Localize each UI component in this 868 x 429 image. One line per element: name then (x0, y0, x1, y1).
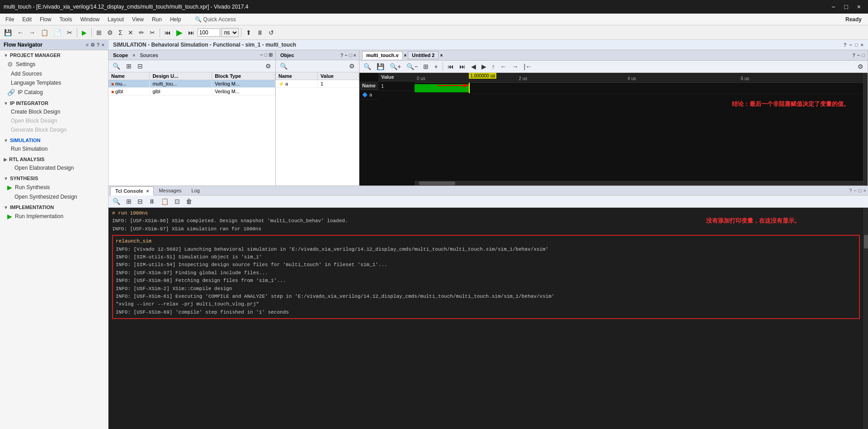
tb-step-btn[interactable]: ⏭ (186, 28, 197, 38)
sim-min-icon[interactable]: − (849, 42, 852, 48)
tb-paste-btn[interactable]: 📄 (52, 28, 64, 38)
wave-canvas[interactable]: 0 us 2 us 4 us 6 us 1.000000 us (415, 73, 868, 186)
wave-fit-btn[interactable]: ⊞ (421, 62, 431, 72)
tb-rewind-btn[interactable]: ⏮ (162, 28, 173, 38)
console-vscrollbar[interactable] (863, 208, 868, 429)
table-row[interactable]: ⚡ a 1 (276, 80, 359, 88)
close-button[interactable]: × (854, 2, 864, 11)
wave-zoom-out-btn[interactable]: 🔍− (404, 62, 420, 72)
console-tab-tcl[interactable]: Tcl Console × (110, 186, 154, 195)
console-close-icon[interactable]: × (863, 188, 866, 193)
tb-grid-btn[interactable]: ⊞ (94, 28, 104, 38)
wave-settings-btn[interactable]: ⚙ (855, 62, 866, 72)
wave-min-icon[interactable]: − (857, 52, 860, 58)
wave-up-btn[interactable]: ↑ (490, 62, 497, 72)
console-content[interactable]: # run 1000ns INFO: [USF-XSim-96] XSim co… (108, 208, 863, 429)
scope-max-icon[interactable]: ⊞ (269, 52, 273, 58)
sim-max-icon[interactable]: □ (855, 42, 858, 48)
ip-integrator-header[interactable]: ▼ IP INTEGRATOR (0, 99, 108, 107)
obj-search-btn[interactable]: 🔍 (278, 61, 290, 71)
tb-save-btn[interactable]: 💾 (2, 28, 14, 38)
scope-collapse-btn[interactable]: ⊟ (135, 61, 145, 71)
tb-gear-btn[interactable]: ⚙ (105, 28, 115, 38)
minimize-button[interactable]: − (828, 2, 839, 11)
menu-layout[interactable]: Layout (104, 15, 127, 24)
simulation-header[interactable]: ▼ SIMULATION (0, 136, 108, 144)
wave-tab2-close[interactable]: × (439, 53, 444, 58)
synthesis-header[interactable]: ▼ SYNTHESIS (0, 174, 108, 182)
nav-create-block-design[interactable]: Create Block Design (0, 107, 108, 116)
tb-copy-btn[interactable]: 📋 (38, 28, 51, 38)
console-delete-btn[interactable]: 🗑 (184, 196, 194, 206)
obj-minimize-icon[interactable]: − (344, 52, 347, 58)
quick-access-label[interactable]: Quick Access (203, 16, 236, 23)
tb-time-unit-select[interactable]: ns us ps (221, 28, 239, 37)
tb-pencil-btn[interactable]: ✏ (137, 28, 146, 38)
menu-file[interactable]: File (2, 15, 18, 24)
nav-add-sources[interactable]: Add Sources (0, 69, 108, 78)
wave-end2-btn[interactable]: |← (522, 62, 534, 72)
wave-left-btn[interactable]: ← (498, 62, 509, 72)
wave-tab-multitouchv[interactable]: multi_touch.v (362, 51, 403, 59)
obj-restore-icon[interactable]: □ (349, 52, 352, 58)
nav-run-implementation[interactable]: ▶ Run Implementation (0, 211, 108, 221)
maximize-button[interactable]: □ (840, 2, 851, 11)
scope-search-btn[interactable]: 🔍 (110, 61, 123, 71)
console-expand-btn[interactable]: ⊞ (124, 196, 134, 206)
title-bar-controls[interactable]: − □ × (828, 2, 864, 11)
wave-prev-btn[interactable]: ◀ (469, 62, 478, 72)
wave-tab-untitled2[interactable]: Untitled 2 (408, 51, 439, 59)
obj-tab-active[interactable]: Objec (278, 52, 296, 58)
console-tab-log[interactable]: Log (187, 186, 205, 195)
rtl-analysis-header[interactable]: ▶ RTL ANALYSIS (0, 155, 108, 163)
wave-right-btn[interactable]: → (510, 62, 521, 72)
console-search-btn[interactable]: 🔍 (110, 196, 123, 206)
console-help-icon[interactable]: ? (849, 188, 852, 193)
nav-language-templates[interactable]: Language Templates (0, 78, 108, 87)
nav-open-synthesized-design[interactable]: Open Synthesized Design (0, 192, 108, 201)
nav-settings[interactable]: ⚙ Settings (0, 59, 108, 69)
tb-cut-btn[interactable]: ✂ (65, 28, 75, 38)
flow-nav-icon-3[interactable]: ? (97, 42, 100, 48)
table-row[interactable]: ■ glbl glbl Verilog M... (108, 88, 275, 95)
menu-help[interactable]: Help (166, 15, 185, 24)
console-tab-messages[interactable]: Messages (154, 186, 186, 195)
console-max-icon[interactable]: □ (859, 188, 862, 193)
scope-minimize-icon[interactable]: − (260, 52, 263, 58)
wave-help-icon[interactable]: ? (852, 52, 855, 58)
menu-flow[interactable]: Flow (36, 15, 55, 24)
scope-tab-close[interactable]: × (132, 52, 135, 58)
scope-restore-icon[interactable]: □ (264, 52, 267, 58)
console-copy-btn[interactable]: 📋 (159, 196, 171, 206)
wave-add-btn[interactable]: + (432, 62, 440, 72)
wave-tab1-close[interactable]: × (403, 53, 408, 58)
table-row[interactable]: ■ mu... multi_tou... Verilog M... (108, 80, 275, 88)
tb-play-btn[interactable]: ▶ (174, 26, 185, 39)
wave-signal-a-name[interactable]: 🔷 a (359, 90, 378, 100)
nav-open-elaborated-design[interactable]: Open Elaborated Design (0, 163, 108, 172)
console-min-icon[interactable]: − (854, 188, 856, 193)
obj-settings-btn[interactable]: ⚙ (347, 61, 357, 71)
menu-run[interactable]: Run (148, 15, 165, 24)
menu-view[interactable]: View (128, 15, 147, 24)
wave-hscrollbar[interactable] (415, 181, 863, 186)
tb-time-input[interactable] (198, 29, 220, 37)
wave-zoom-in-btn[interactable]: 🔍+ (387, 62, 403, 72)
nav-run-synthesis[interactable]: ▶ Run Synthesis (0, 182, 108, 192)
scope-settings-btn[interactable]: ⚙ (263, 61, 274, 71)
console-pause-btn[interactable]: ⏸ (146, 196, 157, 206)
nav-ip-catalog[interactable]: 🔗 IP Catalog (0, 87, 108, 97)
sources-tab[interactable]: Sources (138, 52, 160, 58)
wave-begin-btn[interactable]: ⏮ (445, 62, 456, 72)
tb-pause-btn[interactable]: ⏸ (255, 28, 265, 38)
tb-scissors-btn[interactable]: ✂ (147, 28, 157, 38)
impl-header[interactable]: ▼ IMPLEMENTATION (0, 203, 108, 211)
wave-search-btn[interactable]: 🔍 (361, 62, 373, 72)
obj-close-icon[interactable]: × (354, 52, 356, 58)
console-collapse-btn[interactable]: ⊟ (135, 196, 145, 206)
flow-nav-icon-4[interactable]: × (102, 42, 104, 48)
nav-run-simulation[interactable]: Run Simulation (0, 144, 108, 153)
wave-max-icon[interactable]: □ (862, 52, 865, 58)
console-filter-btn[interactable]: ⊡ (172, 196, 182, 206)
obj-help-icon[interactable]: ? (340, 52, 344, 58)
